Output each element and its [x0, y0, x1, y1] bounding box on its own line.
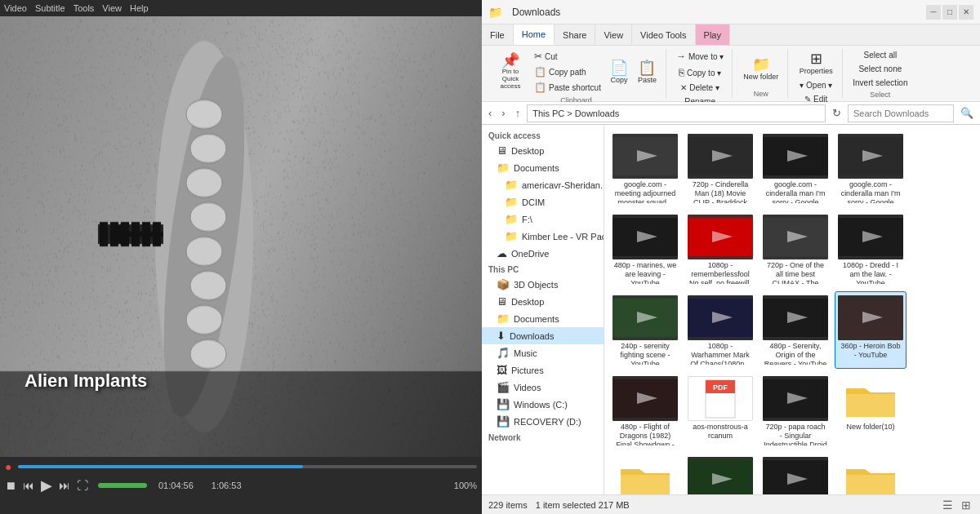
file-name: aos-monstrous-a rcanum	[688, 423, 752, 441]
search-input[interactable]	[848, 104, 954, 122]
video-area: Alien Implants	[0, 16, 482, 457]
file-item[interactable]: New folder(9)	[835, 453, 906, 494]
file-item[interactable]: google.com - cinderalla man I'm sorry - …	[760, 130, 831, 207]
move-to-button[interactable]: → Move to ▾	[673, 49, 727, 64]
new-group: 📁 New folder New	[734, 49, 788, 98]
file-name: 360p - Heroin Bob - YouTube	[839, 342, 902, 360]
close-button[interactable]: ✕	[959, 5, 973, 20]
copy-to-button[interactable]: ⎘ Copy to ▾	[675, 65, 724, 80]
prev-button[interactable]: ⏮	[23, 479, 34, 492]
minimize-button[interactable]: ─	[926, 5, 941, 20]
back-button[interactable]: ‹	[485, 105, 495, 121]
file-item[interactable]: 240p - serenity fighting scene - YouTube	[609, 291, 681, 369]
properties-label: Properties	[800, 67, 833, 75]
file-item[interactable]: google.com - cinderalla man I'm sorry - …	[835, 130, 906, 207]
list-view-button[interactable]: ☰	[940, 498, 956, 512]
tab-share[interactable]: Share	[555, 24, 595, 45]
nav-item-desktop[interactable]: 🖥Desktop	[482, 142, 604, 159]
search-button[interactable]: 🔍	[957, 105, 977, 121]
breadcrumb[interactable]: This PC > Downloads	[527, 104, 826, 122]
refresh-button[interactable]: ↻	[829, 105, 844, 121]
file-item[interactable]: 360p - Heroin Bob - YouTube	[835, 291, 906, 369]
nav-item-onedrive[interactable]: ☁OneDrive	[482, 245, 604, 262]
new-folder-button[interactable]: 📁 New folder	[739, 55, 782, 83]
tab-view[interactable]: View	[595, 24, 632, 45]
nav-item-pictures[interactable]: 🖼Pictures	[482, 361, 604, 379]
delete-button[interactable]: ✕ Delete ▾	[677, 82, 722, 94]
tab-home[interactable]: Home	[514, 24, 555, 45]
invert-select-label: Invert selection	[853, 78, 907, 87]
menu-tools[interactable]: Tools	[74, 3, 95, 13]
file-explorer: 📁 Downloads ─ □ ✕ File Home Share View V…	[482, 0, 980, 514]
menu-subtitle[interactable]: Subtitle	[35, 3, 65, 13]
nav-item-desktop[interactable]: 🖥Desktop	[482, 293, 604, 310]
tab-play[interactable]: Play	[696, 24, 730, 45]
grid-view-button[interactable]: ⊞	[959, 498, 973, 512]
paste-shortcut-button[interactable]: 📋 Paste shortcut	[531, 80, 604, 95]
file-item[interactable]: google.com - meeting adjourned monster s…	[609, 130, 681, 207]
svg-rect-64	[763, 457, 828, 460]
select-buttons: Select all Select none Invert selection	[849, 49, 911, 89]
maximize-button[interactable]: □	[942, 5, 957, 20]
file-item[interactable]: 1080p - rememberlessfool No self, no fre…	[684, 210, 756, 288]
copy-label: Copy	[610, 76, 627, 84]
nav-item-windows-(c:)[interactable]: 💾Windows (C:)	[482, 396, 604, 413]
cut-button[interactable]: ✂ Cut	[531, 49, 604, 64]
nav-item-documents[interactable]: 📁Documents	[482, 159, 604, 176]
volume-bar[interactable]	[98, 483, 147, 488]
menu-video[interactable]: Video	[4, 3, 27, 13]
next-button[interactable]: ⏭	[59, 479, 70, 492]
nav-item-downloads[interactable]: ⬇Downloads	[482, 327, 604, 344]
select-all-button[interactable]: Select all	[861, 49, 901, 61]
file-item[interactable]: 720p - Cinderella Man (18) Movie CLIP - …	[684, 130, 756, 207]
nav-item-dcim[interactable]: 📁DCIM	[482, 193, 604, 210]
file-item[interactable]: 720p - One of the all time best CLIMAX -…	[760, 210, 831, 288]
menu-help[interactable]: Help	[130, 3, 149, 13]
copy-button[interactable]: 📄 Copy	[606, 58, 632, 86]
nav-item-kimber-lee---vr-pac.[interactable]: 📁Kimber Lee - VR Pac...	[482, 228, 604, 245]
open-button[interactable]: ▾ Open ▾	[796, 79, 835, 91]
svg-rect-34	[612, 337, 678, 340]
nav-item-documents[interactable]: 📁Documents	[482, 310, 604, 327]
nav-item-3d-objects[interactable]: 📦3D Objects	[482, 276, 604, 293]
pin-to-quick-access-button[interactable]: 📌 Pin to Quick access	[492, 51, 529, 92]
forward-button[interactable]: ›	[498, 105, 508, 121]
file-item[interactable]: 480p - Serenity, Origin of the Reavers -…	[760, 291, 831, 369]
nav-item-videos[interactable]: 🎬Videos	[482, 379, 604, 396]
file-item[interactable]: PDF aos-monstrous-a rcanum	[684, 372, 756, 450]
progress-track[interactable]	[18, 465, 477, 468]
paste-button[interactable]: 📋 Paste	[634, 58, 661, 86]
nav-item-label: 3D Objects	[514, 280, 558, 290]
file-area: Quick access🖥Desktop📁Documents📁americavr…	[482, 125, 980, 494]
svg-rect-60	[688, 457, 753, 460]
file-item[interactable]: 480p - marines, we are leaving - YouTube	[609, 210, 681, 288]
file-item[interactable]: 1080p - Warhammer Mark Of Chaos(1080p...	[684, 291, 756, 369]
file-item[interactable]: 720p - papa roach - Singular Indestructi…	[760, 372, 831, 450]
file-item[interactable]: New folder(11)	[609, 453, 681, 494]
tab-video-tools[interactable]: Video Tools	[632, 24, 695, 45]
file-item[interactable]: 480p - Hellgate London 'Cinematic' Trail…	[760, 453, 831, 494]
delete-label: ✕ Delete ▾	[680, 83, 719, 92]
file-thumbnail	[688, 457, 753, 494]
fullscreen-button[interactable]: ⛶	[77, 479, 88, 492]
file-item[interactable]: 480p - Flight of Dragons (1982) Final Sh…	[609, 372, 681, 450]
up-button[interactable]: ↑	[512, 105, 524, 121]
file-name: 240p - serenity fighting scene - YouTube	[613, 342, 677, 365]
tab-file[interactable]: File	[482, 24, 514, 45]
svg-rect-57	[763, 418, 828, 421]
file-item[interactable]: 1080p - WARCRAFT Movie Trailer (2016) - …	[684, 453, 756, 494]
nav-item-music[interactable]: 🎵Music	[482, 344, 604, 361]
svg-rect-21	[688, 215, 753, 218]
properties-button[interactable]: ⊞ Properties	[795, 49, 837, 78]
select-none-button[interactable]: Select none	[855, 63, 905, 75]
nav-item-f:\[interactable]: 📁F:\	[482, 210, 604, 228]
file-item[interactable]: New folder(10)	[835, 372, 906, 450]
copy-path-button[interactable]: 📋 Copy path	[531, 64, 604, 79]
nav-item-americavr-sheridan..[interactable]: 📁americavr-Sheridan...	[482, 176, 604, 193]
invert-selection-button[interactable]: Invert selection	[849, 77, 911, 89]
file-item[interactable]: 1080p - Dredd - I am the law. - YouTube	[835, 210, 906, 288]
menu-view[interactable]: View	[102, 3, 122, 13]
stop-button[interactable]: ⏹	[5, 479, 16, 492]
nav-item-recovery-(d:)[interactable]: 💾RECOVERY (D:)	[482, 413, 604, 430]
play-pause-button[interactable]: ▶	[41, 476, 52, 494]
